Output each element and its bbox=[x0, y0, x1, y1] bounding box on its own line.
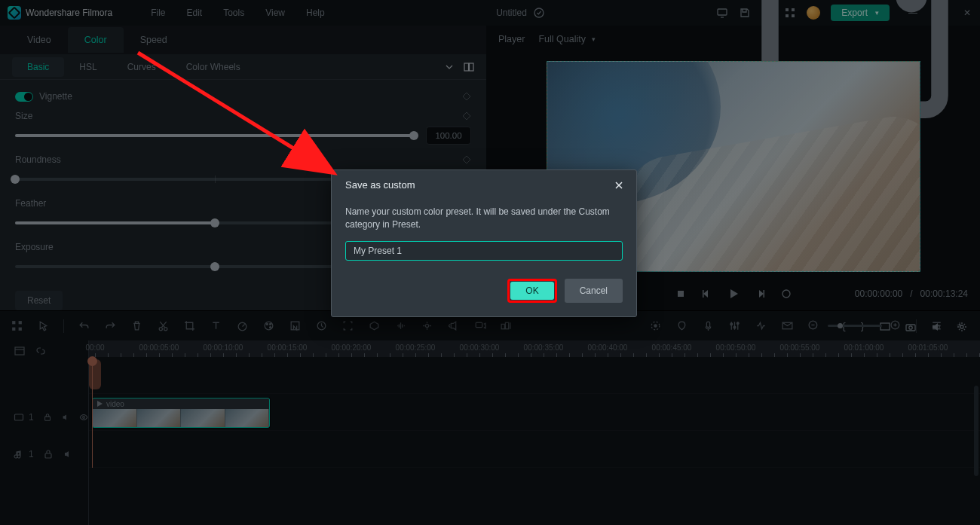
play-icon[interactable] bbox=[726, 286, 741, 301]
size-reset-icon[interactable] bbox=[462, 111, 471, 121]
color-tool-icon[interactable] bbox=[262, 319, 275, 332]
cancel-button[interactable]: Cancel bbox=[565, 279, 623, 303]
mark-out-icon[interactable]: } bbox=[860, 322, 865, 332]
marker-add-icon[interactable] bbox=[649, 319, 662, 332]
auto-beat-sync-icon[interactable] bbox=[755, 319, 767, 332]
motion-tracking-icon[interactable] bbox=[421, 319, 433, 332]
ok-button[interactable]: OK bbox=[510, 282, 553, 300]
mask-tool-icon[interactable] bbox=[368, 319, 381, 332]
speed-tool-icon[interactable] bbox=[236, 319, 249, 332]
dialog-title: Save as custom bbox=[345, 179, 415, 191]
audio-mixer-icon[interactable] bbox=[728, 319, 741, 332]
ruler-label: 00:01:00:00 bbox=[844, 343, 884, 352]
video-clip[interactable]: video bbox=[92, 398, 270, 428]
auto-reframe-icon[interactable] bbox=[341, 319, 354, 332]
vignette-reset-icon[interactable] bbox=[462, 92, 471, 101]
svg-rect-20 bbox=[12, 328, 15, 331]
prev-frame-icon[interactable] bbox=[700, 288, 712, 300]
svg-rect-37 bbox=[706, 322, 709, 327]
panel-expand-icon[interactable] bbox=[444, 62, 455, 72]
render-preview-icon[interactable] bbox=[781, 319, 794, 332]
compare-view-icon[interactable] bbox=[464, 62, 474, 72]
redo-icon[interactable] bbox=[104, 319, 117, 332]
audio-track-header[interactable]: 1 bbox=[0, 435, 88, 472]
detach-audio-icon[interactable] bbox=[447, 319, 460, 332]
snapshot-icon[interactable] bbox=[905, 321, 917, 333]
feather-label: Feather bbox=[15, 198, 46, 209]
timeline-vertical-scrollbar[interactable] bbox=[974, 386, 978, 476]
loop-icon[interactable] bbox=[780, 288, 792, 300]
size-value[interactable]: 100.00 bbox=[426, 127, 471, 145]
menu-edit[interactable]: Edit bbox=[187, 8, 203, 18]
svg-rect-46 bbox=[44, 417, 50, 420]
roundness-reset-icon[interactable] bbox=[462, 155, 471, 164]
svg-rect-21 bbox=[19, 328, 22, 331]
overlay-track[interactable] bbox=[89, 357, 980, 394]
audio-track-mute-icon[interactable] bbox=[63, 449, 73, 459]
undo-icon[interactable] bbox=[78, 319, 90, 332]
dialog-message: Name your custom color preset. It will b… bbox=[345, 206, 623, 232]
player-quality-dropdown[interactable]: Full Quality ▾ bbox=[538, 34, 596, 44]
green-screen-icon[interactable] bbox=[289, 319, 302, 332]
svg-rect-45 bbox=[15, 414, 23, 420]
menu-tools[interactable]: Tools bbox=[223, 8, 244, 18]
audio-track[interactable] bbox=[89, 431, 980, 468]
vignette-label: Vignette bbox=[39, 91, 72, 102]
ok-button-highlight: OK bbox=[507, 279, 556, 303]
stop-icon[interactable] bbox=[675, 288, 687, 300]
delete-icon[interactable] bbox=[130, 319, 143, 332]
keyframe-tool-icon[interactable] bbox=[315, 319, 328, 332]
playhead[interactable] bbox=[92, 357, 93, 468]
timeline-ruler[interactable]: 00:0000:00:05:0000:00:10:0000:00:15:0000… bbox=[89, 340, 980, 357]
svg-point-23 bbox=[164, 328, 167, 331]
settings-gear-icon[interactable] bbox=[956, 321, 968, 333]
ruler-label: 00:00:45:00 bbox=[652, 343, 692, 352]
volume-icon[interactable] bbox=[930, 321, 942, 333]
subtab-hsl[interactable]: HSL bbox=[64, 57, 112, 77]
menu-help[interactable]: Help bbox=[306, 8, 325, 18]
media-bin-icon[interactable] bbox=[14, 345, 26, 357]
audio-track-lock-icon[interactable] bbox=[43, 449, 54, 459]
preset-name-input[interactable] bbox=[345, 241, 623, 261]
record-voiceover-icon[interactable] bbox=[473, 319, 486, 332]
menu-file[interactable]: File bbox=[151, 8, 165, 18]
layout-grid-icon[interactable] bbox=[11, 319, 23, 332]
dialog-close-icon[interactable] bbox=[614, 180, 624, 191]
link-clips-icon[interactable] bbox=[35, 345, 47, 357]
tab-color[interactable]: Color bbox=[68, 27, 124, 53]
zoom-slider[interactable] bbox=[828, 325, 882, 327]
track-mute-icon[interactable] bbox=[61, 412, 70, 423]
menu-view[interactable]: View bbox=[265, 8, 285, 18]
subtab-color-wheels[interactable]: Color Wheels bbox=[171, 57, 256, 77]
text-tool-icon[interactable] bbox=[210, 319, 222, 332]
svg-rect-32 bbox=[476, 322, 482, 327]
video-track[interactable]: video bbox=[89, 394, 980, 431]
reset-button[interactable]: Reset bbox=[15, 291, 63, 310]
size-slider[interactable] bbox=[15, 134, 414, 137]
exposure-label: Exposure bbox=[15, 242, 54, 252]
track-visibility-icon[interactable] bbox=[79, 412, 88, 423]
subtab-basic[interactable]: Basic bbox=[12, 57, 64, 77]
voiceover-icon[interactable] bbox=[702, 319, 715, 332]
ruler-label: 00:00:20:00 bbox=[332, 343, 372, 352]
zoom-out-icon[interactable] bbox=[807, 319, 820, 332]
vignette-toggle[interactable] bbox=[15, 92, 33, 102]
tab-video[interactable]: Video bbox=[11, 27, 68, 53]
track-lock-icon[interactable] bbox=[43, 412, 52, 423]
adjust-audio-icon[interactable] bbox=[394, 319, 407, 332]
size-label: Size bbox=[15, 111, 32, 121]
next-frame-icon[interactable] bbox=[755, 288, 767, 300]
crop-icon[interactable] bbox=[183, 319, 196, 332]
selection-tool-icon[interactable] bbox=[37, 319, 50, 332]
subtab-curves[interactable]: Curves bbox=[112, 57, 171, 77]
video-track-header[interactable]: 1 bbox=[0, 398, 88, 435]
device-preview-icon[interactable] bbox=[716, 7, 728, 19]
svg-rect-11 bbox=[703, 290, 704, 298]
marker-list-icon[interactable] bbox=[675, 319, 688, 332]
timeline-header-left bbox=[0, 340, 88, 362]
mixer-icon[interactable] bbox=[500, 319, 513, 332]
fullscreen-preview-icon[interactable] bbox=[879, 321, 891, 333]
tab-speed[interactable]: Speed bbox=[124, 27, 184, 53]
svg-rect-48 bbox=[45, 453, 51, 458]
cut-split-icon[interactable] bbox=[157, 319, 170, 332]
